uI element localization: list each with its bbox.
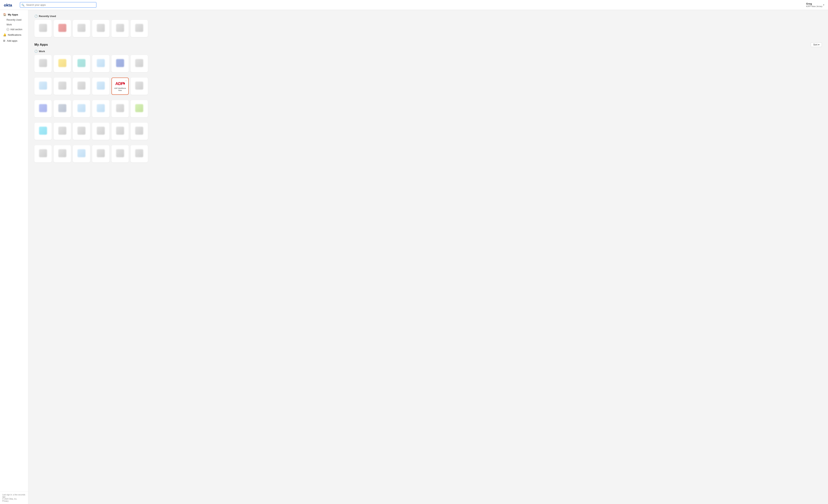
user-org: KIPP New Jersey — [806, 5, 822, 7]
work-title: Work — [39, 50, 45, 53]
app-card-w14[interactable] — [54, 100, 71, 117]
chevron-down-icon: ▾ — [823, 4, 824, 6]
clock-icon: 🕐 — [34, 14, 38, 17]
app-card-w28[interactable] — [92, 145, 109, 163]
app-card-w27[interactable] — [73, 145, 90, 163]
app-card-w26[interactable] — [54, 145, 71, 163]
app-card-ru4[interactable] — [92, 20, 109, 37]
adp-logo: ADP — [115, 81, 125, 86]
app-card-w7[interactable] — [34, 78, 52, 95]
card-menu-icon[interactable]: ··· — [125, 79, 127, 82]
app-logo-w15 — [77, 104, 85, 112]
app-card-w23[interactable] — [112, 123, 129, 140]
work-section-header: 🕐 Work — [34, 50, 822, 53]
app-logo-ru4 — [97, 24, 105, 32]
app-card-adp[interactable]: ··· ADP ADP Workforce Now — [112, 78, 129, 95]
app-card-w1[interactable] — [34, 55, 52, 72]
sidebar-item-notifications[interactable]: 🔔 Notifications — [1, 32, 27, 38]
sidebar-item-work[interactable]: Work — [1, 22, 27, 27]
app-logo-ru6 — [135, 24, 143, 32]
sidebar-work-label: Work — [6, 23, 12, 26]
app-logo-w20 — [58, 127, 66, 135]
app-card-w17[interactable] — [112, 100, 129, 117]
app-logo-w7 — [39, 82, 47, 90]
adp-label: ADP Workforce Now — [113, 87, 128, 92]
app-logo-w26 — [58, 149, 66, 157]
app-card-w6[interactable] — [131, 55, 148, 72]
app-card-w4[interactable] — [92, 55, 109, 72]
app-logo-w23 — [116, 127, 124, 135]
sort-button[interactable]: Sort ▾ — [811, 42, 822, 47]
copyright: © 2024 Okta, Inc. — [2, 498, 26, 500]
sidebar-footer: Last sign in: a few seconds ago © 2024 O… — [0, 492, 28, 504]
app-logo-w29 — [116, 149, 124, 157]
app-card-ru2[interactable] — [54, 20, 71, 37]
sidebar-item-add-apps[interactable]: ⊞ Add apps — [1, 38, 27, 44]
app-card-w3[interactable] — [73, 55, 90, 72]
app-card-w25[interactable] — [34, 145, 52, 163]
app-card-w12[interactable] — [131, 78, 148, 95]
app-card-w21[interactable] — [73, 123, 90, 140]
app-logo-w24 — [135, 127, 143, 135]
main-content: 🕐 Recently Used — [28, 10, 828, 504]
app-card-w8[interactable] — [54, 78, 71, 95]
my-apps-header: My Apps Sort ▾ — [34, 42, 822, 47]
svg-text:ADP: ADP — [115, 81, 124, 86]
app-card-w5[interactable] — [112, 55, 129, 72]
sidebar-item-add-section[interactable]: + Add section — [1, 27, 27, 32]
my-apps-title: My Apps — [34, 43, 48, 47]
app-logo-w4 — [97, 59, 105, 67]
app-card-w10[interactable] — [92, 78, 109, 95]
work-apps-row2: ··· ADP ADP Workforce Now — [34, 78, 822, 95]
last-sign-in: Last sign in: a few seconds ago — [2, 494, 26, 498]
header: okta 🔍 Greg KIPP New Jersey ▾ — [0, 0, 828, 10]
app-card-ru5[interactable] — [112, 20, 129, 37]
app-card-w24[interactable] — [131, 123, 148, 140]
app-logo-w2 — [58, 59, 66, 67]
sort-label: Sort — [813, 43, 818, 46]
app-card-w16[interactable] — [92, 100, 109, 117]
sidebar: 🏠 My Apps Recently Used Work + Add secti… — [0, 10, 28, 504]
app-card-ru3[interactable] — [73, 20, 90, 37]
app-card-ru1[interactable] — [34, 20, 52, 37]
sort-chevron-icon: ▾ — [818, 43, 819, 46]
app-card-w20[interactable] — [54, 123, 71, 140]
sidebar-item-my-apps[interactable]: 🏠 My Apps — [1, 12, 27, 17]
app-logo-w13 — [39, 104, 47, 112]
app-card-w22[interactable] — [92, 123, 109, 140]
search-icon: 🔍 — [22, 3, 25, 6]
okta-logo: okta — [4, 2, 15, 8]
sidebar-item-recently-used[interactable]: Recently Used — [1, 17, 27, 22]
app-card-w18[interactable] — [131, 100, 148, 117]
recently-used-title: Recently Used — [39, 15, 56, 17]
privacy-link[interactable]: Privacy — [2, 500, 9, 502]
app-card-ru6[interactable] — [131, 20, 148, 37]
app-card-w19[interactable] — [34, 123, 52, 140]
app-logo-w25 — [39, 149, 47, 157]
app-card-w29[interactable] — [112, 145, 129, 163]
home-icon: 🏠 — [3, 13, 6, 16]
app-card-w9[interactable] — [73, 78, 90, 95]
app-logo-w3 — [77, 59, 85, 67]
app-card-w2[interactable] — [54, 55, 71, 72]
recently-used-section-header: 🕐 Recently Used — [34, 14, 822, 17]
app-logo-w1 — [39, 59, 47, 67]
app-logo-w19 — [39, 127, 47, 135]
app-logo-ru3 — [77, 24, 85, 32]
app-logo-w10 — [97, 82, 105, 90]
app-logo-w14 — [58, 104, 66, 112]
app-logo-w5 — [116, 59, 124, 67]
app-logo-w8 — [58, 82, 66, 90]
app-card-w13[interactable] — [34, 100, 52, 117]
app-logo-w17 — [116, 104, 124, 112]
search-input[interactable] — [20, 2, 96, 8]
app-logo-w18 — [135, 104, 143, 112]
app-logo-ru5 — [116, 24, 124, 32]
sidebar-add-section-label: Add section — [10, 28, 23, 31]
user-menu[interactable]: Greg KIPP New Jersey ▾ — [806, 2, 824, 7]
layout: 🏠 My Apps Recently Used Work + Add secti… — [0, 10, 828, 504]
app-card-w30[interactable] — [131, 145, 148, 163]
user-name: Greg — [806, 2, 822, 5]
app-logo-ru1 — [39, 24, 47, 32]
app-card-w15[interactable] — [73, 100, 90, 117]
